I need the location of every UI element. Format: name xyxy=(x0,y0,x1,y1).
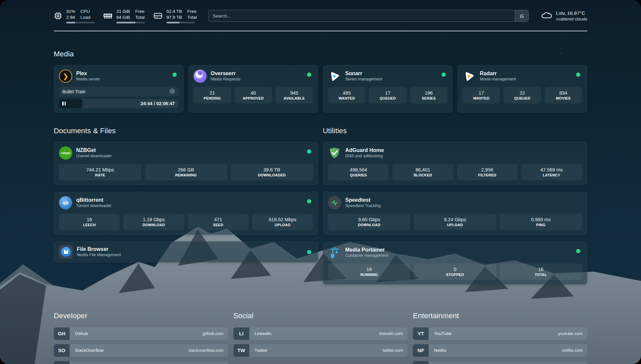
stat-tile: 0 STOPPED xyxy=(414,263,496,280)
app-title: Plex xyxy=(76,70,100,77)
section-title-social: Social xyxy=(233,312,408,320)
status-online-dot xyxy=(307,199,311,203)
section-title-media: Media xyxy=(54,50,587,58)
app-card-nzbget[interactable]: nzbget NZBGet Usenet downloader 744.21 M… xyxy=(54,142,318,185)
weather-location-temp: Lviv, 16.87°C xyxy=(556,10,587,16)
app-subtitle: Media Requests xyxy=(211,77,240,82)
stat-tile: 21 PENDING xyxy=(194,87,231,104)
sonarr-icon xyxy=(328,70,341,83)
utilities-column: Utilities AdGuard Home xyxy=(323,127,587,291)
app-card-plex[interactable]: ❯ Plex Media server Bullet Train xyxy=(54,65,184,113)
bookmark-netflix[interactable]: NF Netflix netflix.com xyxy=(413,344,587,357)
stat-tile: 9.65 Gbps DOWNLOAD xyxy=(328,214,410,230)
status-online-dot xyxy=(307,73,311,77)
app-subtitle: Movie management xyxy=(480,77,516,82)
app-title: AdGuard Home xyxy=(345,147,384,154)
plex-now-playing-row: Bullet Train xyxy=(59,87,178,97)
bookmark-github[interactable]: GH Github github.com xyxy=(54,327,228,340)
stat-tile: 22 QUEUED xyxy=(504,87,541,104)
speedtest-pulse-icon xyxy=(328,196,341,209)
app-card-speedtest[interactable]: Speedtest Speedtest Tracking 9.65 Gbps D… xyxy=(323,192,587,235)
bookmark-dev[interactable]: DT DEV dev.to xyxy=(54,361,228,364)
app-card-sonarr[interactable]: Sonarr Series management 485 WANTED 17 Q… xyxy=(323,65,453,113)
media-cards-row: ❯ Plex Media server Bullet Train xyxy=(54,65,587,113)
now-playing-title: Bullet Train xyxy=(62,89,169,94)
bookmark-youtube[interactable]: YT YouTube youtube.com xyxy=(413,327,587,340)
stat-tile: 86,401 BLOCKED xyxy=(392,164,453,180)
app-subtitle: Media server xyxy=(76,77,100,82)
bookmark-abbr: RE xyxy=(413,361,429,364)
section-title-utilities: Utilities xyxy=(323,127,587,135)
stat-tile: 945 AVAILABLE xyxy=(276,87,313,104)
bookmark-url: github.com xyxy=(202,331,228,336)
stat-tile: 485 WANTED xyxy=(328,87,365,104)
app-subtitle: Container management xyxy=(345,253,388,258)
bookmark-name: StackOverflow xyxy=(70,348,188,353)
stat-tile: 17 WANTED xyxy=(463,87,500,104)
pause-icon xyxy=(62,102,66,106)
disk-free-label: Free xyxy=(187,9,197,15)
playback-time: 24:44 / 02:06:47 xyxy=(140,101,178,106)
status-online-dot xyxy=(576,249,580,253)
app-title: Speedtest xyxy=(345,197,381,203)
session-record-icon xyxy=(169,88,175,95)
stat-tile: 471 SEED xyxy=(188,214,249,230)
stat-tile: 0.993 ms PING xyxy=(500,214,582,230)
status-online-dot xyxy=(307,250,311,254)
app-title: Sonarr xyxy=(345,70,382,77)
app-title: qBittorrent xyxy=(76,197,111,203)
app-subtitle: Speedtest Tracking xyxy=(345,203,381,209)
radarr-icon xyxy=(463,70,476,83)
disk-stat: 52.4 TB 97.9 TB Free Total xyxy=(153,9,197,23)
ram-stat: 21 GiB 64 GiB Free Total xyxy=(103,9,145,23)
stat-tile: 1.19 Gbps DOWNLOAD xyxy=(123,214,184,230)
cloud-icon xyxy=(541,11,552,21)
bookmark-abbr: SO xyxy=(54,344,70,357)
app-card-portainer[interactable]: Media Portainer Container management 16 … xyxy=(323,241,587,285)
playback-elapsed-segment xyxy=(59,99,82,108)
bookmark-abbr: TW xyxy=(233,344,249,357)
bookmark-linkedin[interactable]: LI LinkedIn linkedin.com xyxy=(233,327,408,340)
search-bar[interactable]: G xyxy=(208,10,529,22)
documents-column: Documents & Files nzbget NZBGet Usenet d… xyxy=(54,127,318,291)
cpu-usage-value: 31% xyxy=(66,9,75,15)
weather-condition: scattered clouds xyxy=(556,16,587,22)
bookmark-reddit[interactable]: RE Reddit reddit.com xyxy=(413,361,587,364)
stat-tile: 16 LEECH xyxy=(59,214,120,230)
search-engine-button[interactable]: G xyxy=(515,10,529,21)
app-card-qbittorrent[interactable]: qb qBittorrent Torrent downloader 16 LEE… xyxy=(54,192,318,235)
stat-tile: 47.569 ms LATENCY xyxy=(521,164,582,180)
stat-tile: 40 APPROVED xyxy=(234,87,272,104)
app-subtitle: Series management xyxy=(345,77,382,82)
status-online-dot xyxy=(442,73,446,77)
stat-tile: 17 QUEUED xyxy=(369,87,406,104)
app-card-overseerr[interactable]: Overseerr Media Requests 21 PENDING 40 A… xyxy=(188,65,318,113)
app-card-filebrowser[interactable]: File Browser Media File Management xyxy=(54,241,318,262)
status-online-dot xyxy=(172,73,177,77)
cpu-stat: 31% 2.94 CPU Load xyxy=(54,9,95,23)
app-subtitle: Media File Management xyxy=(77,253,121,258)
overseerr-icon xyxy=(194,70,207,83)
bookmark-url: youtube.com xyxy=(558,331,587,336)
bookmark-name: Github xyxy=(70,331,202,336)
qbittorrent-icon: qb xyxy=(59,196,72,209)
weather-widget: Lviv, 16.87°C scattered clouds xyxy=(541,10,587,22)
search-input[interactable] xyxy=(208,10,515,21)
bookmark-abbr: DT xyxy=(54,361,70,364)
app-title: File Browser xyxy=(77,246,121,253)
stat-tile: 196 SERIES xyxy=(410,87,447,104)
bookmarks-entertainment: Entertainment YT YouTube youtube.com NF … xyxy=(413,312,587,364)
bookmarks-social: Social LI LinkedIn linkedin.com TW Twitt… xyxy=(233,312,408,364)
app-card-adguard[interactable]: AdGuard Home DNS and adblocking 498,564 … xyxy=(323,142,587,185)
bookmark-abbr: LI xyxy=(233,327,249,340)
app-card-radarr[interactable]: Radarr Movie management 17 WANTED 22 QUE… xyxy=(457,65,587,113)
bookmark-name: Netflix xyxy=(429,348,562,353)
bookmark-abbr: YT xyxy=(413,327,429,340)
bookmark-abbr: NF xyxy=(413,344,429,357)
bookmark-stackoverflow[interactable]: SO StackOverflow stackoverflow.com xyxy=(54,344,228,357)
bookmark-twitter[interactable]: TW Twitter twitter.com xyxy=(233,344,408,357)
stat-tile: 2,956 FILTERED xyxy=(457,164,518,180)
app-title: NZBGet xyxy=(76,147,112,154)
topbar-divider xyxy=(54,31,587,31)
ram-free-label: Free xyxy=(135,9,145,15)
